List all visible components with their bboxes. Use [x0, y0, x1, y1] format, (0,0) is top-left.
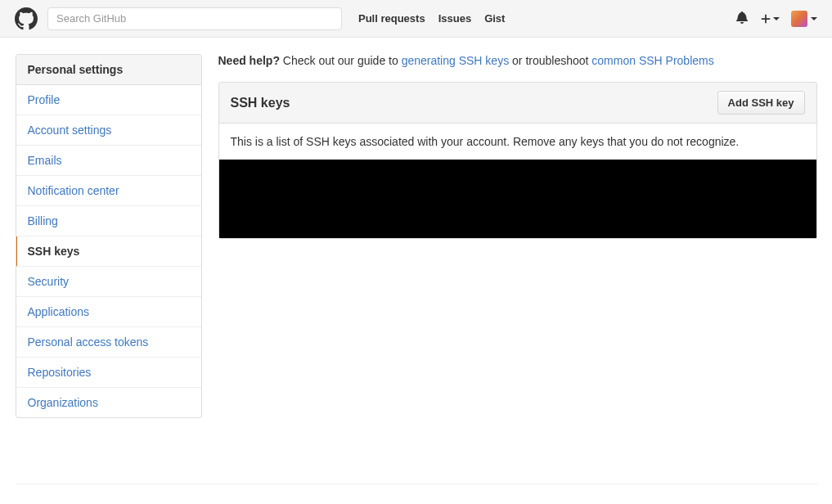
panel-header: SSH keys Add SSH key — [219, 83, 816, 124]
help-prefix: Need help? — [218, 54, 280, 67]
top-header: Pull requests Issues Gist — [0, 0, 832, 38]
nav-issues[interactable]: Issues — [438, 12, 471, 25]
settings-sidebar: Personal settings Profile Account settin… — [16, 54, 202, 418]
help-text: Need help? Check out our guide to genera… — [218, 54, 817, 67]
main-container: Personal settings Profile Account settin… — [16, 38, 817, 434]
sidebar-item-security[interactable]: Security — [16, 267, 201, 297]
help-middle: Check out our guide to — [280, 54, 402, 67]
user-menu-dropdown[interactable] — [791, 11, 817, 27]
github-logo-icon[interactable] — [15, 7, 38, 30]
header-right — [735, 11, 817, 27]
panel-description: This is a list of SSH keys associated wi… — [231, 135, 805, 148]
add-ssh-key-button[interactable]: Add SSH key — [717, 91, 805, 115]
sidebar-item-emails[interactable]: Emails — [16, 146, 201, 176]
panel-title: SSH keys — [231, 96, 290, 110]
sidebar-item-notification-center[interactable]: Notification center — [16, 176, 201, 206]
sidebar-title: Personal settings — [16, 55, 201, 85]
sidebar-item-account-settings[interactable]: Account settings — [16, 115, 201, 146]
ssh-keys-panel: SSH keys Add SSH key This is a list of S… — [218, 82, 817, 239]
sidebar-item-ssh-keys[interactable]: SSH keys — [16, 236, 201, 267]
link-generating-ssh-keys[interactable]: generating SSH keys — [402, 54, 510, 67]
sidebar-item-repositories[interactable]: Repositories — [16, 358, 201, 388]
sidebar-box: Personal settings Profile Account settin… — [16, 54, 202, 418]
link-common-ssh-problems[interactable]: common SSH Problems — [591, 54, 713, 67]
bell-icon[interactable] — [735, 11, 749, 26]
nav-gist[interactable]: Gist — [484, 12, 505, 25]
avatar — [791, 11, 807, 27]
sidebar-item-profile[interactable]: Profile — [16, 85, 201, 115]
panel-body: This is a list of SSH keys associated wi… — [219, 124, 816, 238]
content-area: Need help? Check out our guide to genera… — [218, 54, 817, 418]
ssh-key-entry-redacted — [219, 160, 816, 238]
footer: © 2016 GitHub, Inc. Terms Privacy Securi… — [16, 484, 817, 504]
caret-down-icon — [811, 17, 817, 20]
sidebar-item-billing[interactable]: Billing — [16, 206, 201, 236]
nav-links: Pull requests Issues Gist — [358, 12, 505, 25]
sidebar-item-organizations[interactable]: Organizations — [16, 388, 201, 417]
sidebar-item-applications[interactable]: Applications — [16, 297, 201, 327]
caret-down-icon — [773, 17, 780, 20]
help-middle2: or troubleshoot — [509, 54, 591, 67]
create-new-dropdown[interactable] — [760, 13, 780, 25]
nav-pull-requests[interactable]: Pull requests — [358, 12, 425, 25]
search-input[interactable] — [47, 7, 342, 30]
sidebar-item-personal-access-tokens[interactable]: Personal access tokens — [16, 327, 201, 358]
